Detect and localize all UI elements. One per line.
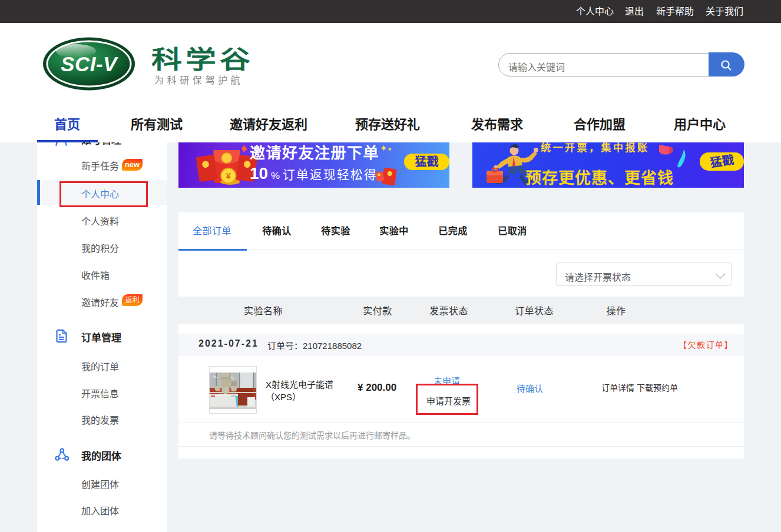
svg-text:¥: ¥ [226,171,231,181]
svg-text:SCI-V: SCI-V [61,52,118,75]
